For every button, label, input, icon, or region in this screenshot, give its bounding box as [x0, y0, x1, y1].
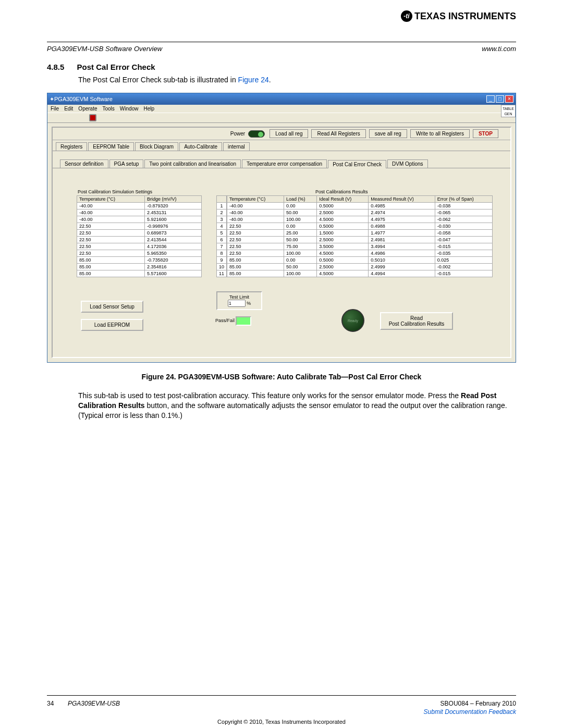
res-col-temp: Temperature (°C)	[227, 196, 284, 203]
intro-text: The Post Cal Error Check sub-tab is illu…	[78, 76, 271, 84]
table-row: 22.502.413544	[77, 237, 202, 243]
page-meta: PGA309EVM-USB Software Overview www.ti.c…	[47, 45, 516, 53]
read-post-cal-results-button[interactable]: Read Post Calibration Results	[380, 312, 453, 330]
power-led-icon[interactable]	[248, 130, 265, 138]
record-icon[interactable]	[89, 114, 96, 121]
inner-frame: Power Load all reg Read All Registers sa…	[52, 127, 511, 358]
app-icon: ✦	[50, 96, 54, 103]
figure-link[interactable]: Figure 24	[238, 76, 269, 84]
table-row: 85.00100.004.50004.4994-0.015	[227, 270, 493, 277]
table-row: 22.5075.003.50003.4994-0.015	[227, 243, 493, 250]
tab-registers[interactable]: Registers	[56, 142, 87, 151]
header-rule	[47, 42, 516, 42]
panel: Post Calibration Simulation Settings Tem…	[60, 188, 503, 352]
sim-col-temp: Temperature (°C)	[77, 196, 145, 203]
table-row: 85.00-0.735820	[77, 257, 202, 264]
res-col-ideal: Ideal Result (V)	[317, 196, 369, 203]
submit-feedback-link[interactable]: Submit Documentation Feedback	[424, 708, 516, 715]
minimize-icon[interactable]: _	[486, 95, 495, 103]
section-path: PGA309EVM-USB Software Overview	[47, 45, 162, 53]
brand-text: TEXAS INSTRUMENTS	[414, 11, 516, 22]
res-col-error: Error (% of Span)	[435, 196, 492, 203]
iconbar	[47, 113, 516, 123]
footer-feedback: Submit Documentation Feedback	[424, 708, 516, 715]
table-row: -40.005.921600	[77, 216, 202, 223]
app-window: ✦ PGA309EVM Software _ □ × File Edit Ope…	[47, 93, 516, 363]
table-row: 85.000.000.50000.50100.025	[227, 257, 493, 264]
menu-operate[interactable]: Operate	[78, 106, 97, 112]
ready-led-icon: Ready	[341, 309, 364, 332]
subtab-pga-setup[interactable]: PGA setup	[109, 159, 144, 168]
table-row: -40.00-0.879320	[77, 203, 202, 209]
body-paragraph: This sub-tab is used to test post-calibr…	[78, 391, 516, 421]
stop-button[interactable]: STOP	[473, 129, 498, 138]
menu-window[interactable]: Window	[120, 106, 139, 112]
tab-eeprom-table[interactable]: EEPROM Table	[88, 142, 134, 151]
sim-settings-table: Temperature (°C) Bridge (mV/V) -40.00-0.…	[77, 195, 202, 277]
table-row: 22.5050.002.50002.4981-0.047	[227, 237, 493, 243]
save-all-reg-button[interactable]: save all reg	[369, 129, 407, 138]
table-row: -40.000.000.50000.4985-0.038	[227, 203, 493, 209]
write-all-registers-button[interactable]: Write to all Registers	[410, 129, 470, 138]
table-row: 22.504.172036	[77, 243, 202, 250]
tab-internal[interactable]: internal	[223, 142, 250, 151]
tab-auto-calibrate[interactable]: Auto-Calibrate	[179, 142, 222, 151]
table-gen-badge[interactable]: TABLE GEN	[501, 105, 516, 117]
table-row: 85.005.571600	[77, 270, 202, 277]
load-eeprom-button[interactable]: Load EEPROM	[81, 319, 143, 331]
brand-header: -ti TEXAS INSTRUMENTS	[401, 10, 516, 22]
menu-help[interactable]: Help	[143, 106, 154, 112]
test-limit-input[interactable]	[228, 300, 246, 307]
results-box: Post Calibrations Results 1234567891011 …	[216, 188, 493, 277]
page-footer: 34 PGA309EVM-USB SBOU084 – February 2010	[47, 700, 516, 707]
passfail-row: Pass/Fail	[215, 316, 251, 326]
subtab-sensor-definition[interactable]: Sensor definition	[60, 159, 108, 168]
table-row: -40.00100.004.50004.4975-0.062	[227, 216, 493, 223]
sim-settings-box: Post Calibration Simulation Settings Tem…	[77, 188, 202, 277]
menu-edit[interactable]: Edit	[64, 106, 73, 112]
table-row: -40.0050.002.50002.4974-0.065	[227, 209, 493, 216]
maximize-icon[interactable]: □	[496, 95, 504, 103]
res-col-measured: Measured Result (V)	[369, 196, 435, 203]
table-row: -40.002.453131	[77, 209, 202, 216]
ti-logo: -ti TEXAS INSTRUMENTS	[401, 10, 516, 22]
subtab-dvm-options[interactable]: DVM Options	[387, 159, 427, 168]
res-col-load: Load (%)	[284, 196, 316, 203]
menu-file[interactable]: File	[51, 106, 59, 112]
results-label: Post Calibrations Results	[315, 189, 493, 194]
table-row: 22.500.689873	[77, 230, 202, 237]
table-row: 22.50-0.998976	[77, 223, 202, 230]
table-row: 22.505.965350	[77, 250, 202, 257]
test-limit-box: Test Limit %	[216, 291, 262, 310]
read-all-registers-button[interactable]: Read All Registers	[311, 129, 365, 138]
close-icon[interactable]: ×	[505, 95, 513, 103]
footer-title: PGA309EVM-USB	[68, 700, 120, 707]
subtab-temp-error-comp[interactable]: Temperature error compensation	[242, 159, 327, 168]
window-title: PGA309EVM Software	[54, 96, 113, 102]
menu-tools[interactable]: Tools	[103, 106, 115, 112]
sub-tabs: Sensor definition PGA setup Two point ca…	[53, 151, 510, 168]
table-row: 22.5025.001.50001.4977-0.058	[227, 230, 493, 237]
main-tabs: Registers EEPROM Table Block Diagram Aut…	[53, 140, 510, 151]
page-number: 34	[47, 700, 54, 707]
top-toolbar: Power Load all reg Read All Registers sa…	[53, 128, 510, 140]
load-sensor-setup-button[interactable]: Load Sensor Setup	[81, 301, 143, 313]
tab-block-diagram[interactable]: Block Diagram	[135, 142, 178, 151]
subtab-post-cal-error-check[interactable]: Post Cal Error Check	[328, 160, 386, 168]
sim-settings-label: Post Calibration Simulation Settings	[78, 189, 202, 194]
table-row: 85.0050.002.50002.4999-0.002	[227, 264, 493, 270]
table-row: 22.50100.004.50004.4986-0.035	[227, 250, 493, 257]
section-title: Post Cal Error Check	[77, 63, 155, 71]
table-row: 85.002.354816	[77, 264, 202, 270]
copyright: Copyright © 2010, Texas Instruments Inco…	[0, 719, 563, 725]
load-all-reg-button[interactable]: Load all reg	[270, 129, 308, 138]
passfail-indicator	[236, 316, 251, 326]
subtab-two-point-cal[interactable]: Two point calibration and linearisation	[144, 159, 241, 168]
results-table: Temperature (°C) Load (%) Ideal Result (…	[227, 195, 493, 277]
footer-rule	[47, 695, 516, 696]
menubar: File Edit Operate Tools Window Help	[47, 105, 516, 113]
test-limit-label: Test Limit	[219, 294, 259, 300]
footer-docnum: SBOU084 – February 2010	[440, 700, 516, 707]
results-index-col: 1234567891011	[216, 195, 227, 277]
site-url: www.ti.com	[482, 45, 516, 53]
